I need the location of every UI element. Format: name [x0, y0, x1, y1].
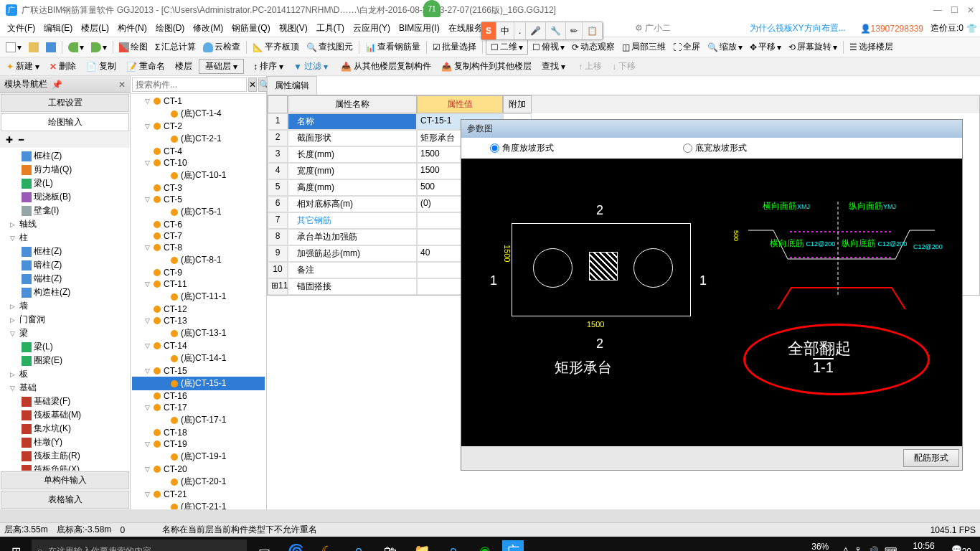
- app1-icon[interactable]: 🌀: [281, 537, 310, 551]
- store-icon[interactable]: 🛍: [376, 537, 405, 551]
- ct-node[interactable]: ▽CT-8: [132, 242, 265, 253]
- orbit-button[interactable]: ⟳动态观察: [569, 39, 618, 55]
- app2-icon[interactable]: ☾: [313, 537, 341, 551]
- tab-project-settings[interactable]: 工程设置: [1, 94, 129, 112]
- cloud-check-button[interactable]: 云检查: [200, 39, 243, 55]
- nav-tree[interactable]: 框柱(Z)剪力墙(Q)梁(L)现浇板(B)壁龛(I)▷轴线▽柱框柱(Z)暗柱(Z…: [0, 148, 130, 471]
- ct-node[interactable]: CT-6: [132, 219, 265, 230]
- rename-button[interactable]: 📝重命名: [123, 59, 169, 74]
- menu-floor[interactable]: 楼层(L): [77, 22, 113, 34]
- ct-node[interactable]: CT-18: [132, 427, 265, 438]
- edge-icon[interactable]: e: [344, 537, 373, 551]
- find-elem-button[interactable]: 🔍查找图元: [303, 39, 356, 55]
- nav-node[interactable]: 柱墩(Y): [1, 435, 128, 449]
- batch-select-button[interactable]: ☑批量选择: [430, 39, 479, 55]
- ime-kb[interactable]: 📋: [583, 22, 603, 39]
- menu-rebar[interactable]: 钢筋量(Q): [227, 22, 274, 34]
- ct-node[interactable]: CT-9: [132, 267, 265, 278]
- nav-node[interactable]: 框柱(Z): [1, 245, 128, 258]
- nav-node[interactable]: 构造柱(Z): [1, 286, 128, 299]
- base-floor-combo[interactable]: 基础层 ▾: [199, 59, 244, 74]
- create-button[interactable]: ✦新建▾: [3, 59, 43, 74]
- ct-node[interactable]: (底)CT-11-1: [132, 290, 265, 303]
- menu-bim[interactable]: BIM应用(I): [395, 22, 444, 34]
- menu-view[interactable]: 视图(V): [275, 22, 312, 34]
- ct-node[interactable]: ▽CT-2: [132, 121, 265, 132]
- nav-node[interactable]: 暗柱(Z): [1, 258, 128, 272]
- open-button[interactable]: [26, 41, 42, 54]
- nav-node[interactable]: ▷门窗洞: [1, 313, 128, 326]
- nav-node[interactable]: ▷板: [1, 367, 128, 381]
- top-view-button[interactable]: ☐俯视▾: [529, 39, 567, 55]
- move-up-button[interactable]: ↑上移: [575, 59, 606, 74]
- help-link[interactable]: 为什么筏板XY方向布置...: [750, 22, 846, 34]
- ct-node[interactable]: CT-4: [132, 146, 265, 157]
- ct-node[interactable]: ▽CT-20: [132, 463, 265, 475]
- ct-node[interactable]: (底)CT-10-1: [132, 169, 265, 182]
- property-tab[interactable]: 属性编辑: [267, 76, 317, 95]
- taskbar-search[interactable]: ○ 在这里输入你要搜索的内容: [32, 540, 247, 551]
- ime-punct[interactable]: .: [514, 22, 526, 39]
- task-view-icon[interactable]: ▭: [250, 537, 278, 551]
- nav-node[interactable]: ▽梁: [1, 326, 128, 340]
- nav-node[interactable]: 基础梁(F): [1, 395, 128, 408]
- ct-node[interactable]: ▽CT-15: [132, 365, 265, 377]
- floor-combo[interactable]: 楼层: [171, 59, 196, 74]
- explorer-icon[interactable]: 📁: [407, 537, 436, 551]
- nav-node[interactable]: 现浇板(B): [1, 190, 128, 204]
- ct-node[interactable]: ▽CT-11: [132, 278, 265, 290]
- pin-icon[interactable]: 📌: [52, 80, 62, 90]
- nav-node[interactable]: ▽柱: [1, 231, 128, 245]
- nav-node[interactable]: 端柱(Z): [1, 272, 128, 286]
- taskbar-clock[interactable]: 10:562017/11/14: [903, 542, 946, 551]
- ct-node[interactable]: (底)CT-15-1: [132, 377, 265, 390]
- zoom-button[interactable]: 🔍缩放▾: [705, 39, 745, 55]
- rotate-button[interactable]: ⟲屏幕旋转▾: [786, 39, 840, 55]
- tab-draw-input[interactable]: 绘图输入: [1, 113, 129, 131]
- tab-table-input[interactable]: 表格输入: [1, 491, 129, 509]
- copy-from-floor-button[interactable]: 📥从其他楼层复制构件: [337, 59, 435, 74]
- menu-modify[interactable]: 修改(M): [189, 22, 227, 34]
- radio-width[interactable]: 底宽放坡形式: [683, 142, 747, 154]
- menu-file[interactable]: 文件(F): [3, 22, 39, 34]
- sum-button[interactable]: Σ汇总计算: [152, 39, 199, 55]
- close-button[interactable]: ✕: [967, 5, 974, 15]
- ct-node[interactable]: (底)CT-14-1: [132, 352, 265, 365]
- ggj-icon[interactable]: 广: [502, 540, 524, 551]
- move-down-button[interactable]: ↓下移: [608, 59, 639, 74]
- filter-button[interactable]: ▼过滤▾: [290, 59, 331, 74]
- menu-draw[interactable]: 绘图(D): [151, 22, 189, 34]
- menu-component[interactable]: 构件(N): [113, 22, 151, 34]
- ime-float-bar[interactable]: S 中 . 🎤 🔧 ✏ 📋: [481, 22, 603, 40]
- copy-button[interactable]: 📄复制: [83, 59, 120, 74]
- ct-node[interactable]: (底)CT-20-1: [132, 475, 265, 489]
- nav-node[interactable]: 壁龛(I): [1, 204, 128, 217]
- maximize-button[interactable]: ☐: [951, 5, 958, 15]
- ct-node[interactable]: (底)CT-5-1: [132, 205, 265, 219]
- select-floor-button[interactable]: ☰选择楼层: [847, 39, 896, 55]
- nav-node[interactable]: 梁(L): [1, 176, 128, 190]
- ime-s[interactable]: S: [481, 22, 496, 39]
- ct-node[interactable]: ▽CT-1: [132, 95, 265, 107]
- notification-icon[interactable]: 💬20: [951, 545, 971, 551]
- menu-cloud[interactable]: 云应用(Y): [349, 22, 395, 34]
- ct-node[interactable]: (底)CT-17-1: [132, 413, 265, 427]
- plus-icon[interactable]: ✚: [6, 135, 13, 145]
- tab-single-input[interactable]: 单构件输入: [1, 471, 129, 489]
- 360-icon[interactable]: ◉: [471, 537, 499, 551]
- menu-edit[interactable]: 编辑(E): [39, 22, 77, 34]
- nav-node[interactable]: 筏板负筋(X): [1, 463, 128, 471]
- minimize-button[interactable]: —: [933, 5, 942, 15]
- nav-node[interactable]: 剪力墙(Q): [1, 163, 128, 176]
- nav-node[interactable]: ▷墙: [1, 299, 128, 313]
- start-button[interactable]: ⊞: [3, 538, 29, 551]
- ct-node[interactable]: ▽CT-19: [132, 438, 265, 450]
- nav-node[interactable]: 筏板主筋(R): [1, 449, 128, 463]
- ct-node[interactable]: CT-12: [132, 303, 265, 315]
- tray-vol-icon[interactable]: 🔊: [868, 546, 879, 551]
- ime-pen[interactable]: ✏: [566, 22, 583, 39]
- ime-tool[interactable]: 🔧: [546, 22, 566, 39]
- ct-node[interactable]: ▽CT-14: [132, 340, 265, 352]
- ct-node[interactable]: ▽CT-21: [132, 489, 265, 500]
- copy-to-floor-button[interactable]: 📤复制构件到其他楼层: [438, 59, 535, 74]
